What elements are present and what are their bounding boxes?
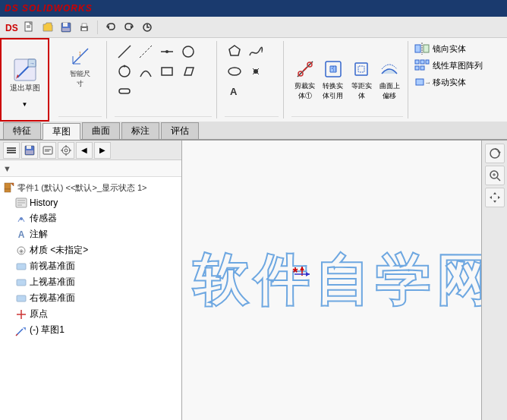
redo-button[interactable] [121, 19, 137, 36]
rect-button[interactable] [157, 62, 177, 81]
smart-dimension-button[interactable]: ↕ 智能尺寸 [58, 43, 102, 91]
app-logo: DS SOLIDWORKS [5, 3, 93, 14]
plane-icon-right [15, 292, 27, 305]
filter-icon: ▼ [3, 164, 11, 173]
right-tools-section: 镜向实体 线性草图阵列 → [411, 41, 502, 118]
save-button[interactable] [58, 19, 74, 36]
tab-sketch[interactable]: 草图 [43, 123, 80, 140]
smart-dimension-group: ↕ 智能尺寸 [54, 41, 107, 118]
tree-material[interactable]: ◈ 材质 <未指定> [0, 242, 181, 258]
arc-button[interactable] [136, 62, 156, 81]
ds-logo-icon[interactable]: DS [3, 19, 20, 36]
svg-rect-9 [82, 24, 87, 27]
parallelogram-button[interactable] [178, 62, 198, 81]
history-label: History [30, 197, 58, 208]
move-entities-button[interactable]: → 移动实体 [411, 74, 502, 90]
tree-sensors[interactable]: 传感器 [0, 210, 181, 226]
tree-right-plane[interactable]: 右视基准面 [0, 290, 181, 306]
canvas-origin-marker: * [293, 265, 298, 281]
svg-line-87 [16, 334, 17, 336]
view-rotate-button[interactable] [485, 144, 505, 163]
right-toolbar [481, 141, 507, 420]
sidebar-nav-left[interactable]: ◀ [76, 142, 93, 159]
rebuild-button[interactable] [139, 19, 156, 36]
tree-front-plane[interactable]: 前视基准面 [0, 258, 181, 274]
surface-offset-button[interactable]: 曲面上偏移 [376, 43, 403, 116]
svg-point-26 [183, 46, 194, 57]
tree-history[interactable]: History [0, 195, 181, 210]
canvas-content: 软件自学网 [182, 141, 507, 420]
sidebar-nav-right[interactable]: ▶ [94, 142, 111, 159]
tab-markup[interactable]: 标注 [121, 122, 159, 139]
slot-button[interactable] [115, 82, 134, 100]
undo-button[interactable] [102, 19, 119, 36]
circle-button[interactable] [178, 43, 198, 61]
sidebar-layers-button[interactable] [3, 142, 20, 159]
point-button[interactable] [246, 62, 266, 81]
exit-sketch-button[interactable]: → 退出草图 [4, 50, 46, 99]
centerline-button[interactable] [136, 43, 156, 61]
ellipse-button[interactable] [225, 62, 244, 81]
svg-rect-80 [17, 264, 26, 270]
tree-annotations[interactable]: A 注解 [0, 226, 181, 242]
sidebar: ◀ ▶ ▼ 零件1 (默认) <<默认>_显示状态 1> [0, 141, 182, 420]
sidebar-properties-button[interactable] [39, 142, 56, 159]
svg-text:◈: ◈ [19, 248, 24, 254]
perimeter-circle-button[interactable] [115, 62, 134, 81]
tab-surface[interactable]: 曲面 [82, 122, 120, 139]
svg-rect-60 [26, 150, 33, 154]
svg-marker-90 [300, 267, 304, 270]
open-button[interactable] [39, 19, 56, 36]
tree-top-plane[interactable]: 上视基准面 [0, 274, 181, 290]
surface-offset-label: 曲面上偏移 [379, 81, 400, 101]
sketch-icon [15, 324, 27, 336]
svg-text:→: → [30, 61, 35, 66]
mirror-label: 镜向实体 [433, 43, 466, 55]
svg-marker-86 [23, 327, 26, 330]
svg-line-85 [17, 329, 23, 335]
svg-marker-30 [184, 68, 194, 75]
sidebar-toolbar: ◀ ▶ [0, 141, 181, 160]
sidebar-save-button[interactable] [21, 142, 38, 159]
svg-text:↕: ↕ [78, 49, 82, 57]
sidebar-target-button[interactable] [58, 142, 74, 159]
sensors-icon [15, 213, 27, 225]
svg-rect-52 [420, 66, 424, 70]
tab-evaluate[interactable]: 评估 [161, 122, 199, 139]
titlebar: DS SOLIDWORKS [0, 0, 507, 17]
tree-origin[interactable]: 原点 [0, 306, 181, 322]
line-button[interactable] [115, 43, 134, 61]
pan-button[interactable] [485, 188, 505, 207]
offset-entities-button[interactable]: 等距实体 [348, 43, 375, 116]
feature-tree: 零件1 (默认) <<默认>_显示状态 1> History [0, 177, 181, 420]
watermark-text: 软件自学网 [193, 245, 496, 317]
svg-rect-81 [17, 279, 26, 286]
spline-button[interactable] [246, 43, 266, 61]
convert-entities-button[interactable]: 引 转换实体引用 [320, 43, 346, 116]
zoom-button[interactable] [485, 166, 505, 185]
midpoint-line-button[interactable] [157, 43, 177, 61]
svg-line-22 [118, 46, 131, 58]
svg-line-95 [497, 178, 500, 181]
trim-entities-button[interactable]: 剪裁实体① [291, 43, 318, 116]
polygon-button[interactable] [225, 43, 244, 61]
tree-root[interactable]: 零件1 (默认) <<默认>_显示状态 1> [0, 180, 181, 195]
svg-marker-91 [306, 272, 310, 276]
svg-rect-31 [119, 89, 130, 93]
mirror-entities-button[interactable]: 镜向实体 [411, 41, 502, 56]
print-button[interactable] [76, 19, 93, 36]
svg-point-65 [65, 149, 68, 152]
app-brand: SOLIDWORKS [22, 3, 93, 14]
canvas: 软件自学网 * [182, 141, 507, 420]
linear-sketch-array-button[interactable]: 线性草图阵列 [411, 58, 502, 73]
sensors-label: 传感器 [30, 212, 57, 225]
text-button[interactable]: A [225, 82, 244, 100]
new-button[interactable] [21, 19, 38, 36]
tab-features[interactable]: 特征 [3, 122, 41, 139]
svg-rect-51 [415, 66, 419, 70]
svg-rect-82 [17, 295, 26, 302]
plane-icon-front [15, 261, 27, 273]
right-plane-label: 右视基准面 [30, 292, 75, 305]
tree-sketch1[interactable]: (-) 草图1 [0, 322, 181, 338]
exit-sketch-dropdown[interactable]: ▼ [20, 99, 30, 109]
